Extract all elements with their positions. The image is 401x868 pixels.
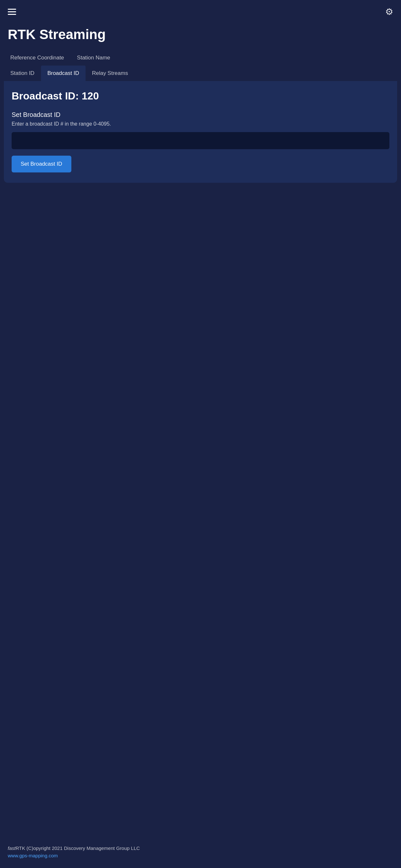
- content-panel: Broadcast ID: 120 Set Broadcast ID Enter…: [4, 81, 397, 183]
- page-title: RTK Streaming: [0, 24, 401, 50]
- menu-button[interactable]: [8, 9, 16, 15]
- footer-link[interactable]: www.gps-mapping.com: [8, 853, 393, 858]
- tab-reference-coordinate[interactable]: Reference Coordinate: [4, 50, 70, 66]
- tabs-row-bottom: Station ID Broadcast ID Relay Streams: [0, 66, 401, 81]
- settings-icon[interactable]: ⚙: [385, 6, 393, 17]
- spacer: [0, 183, 401, 839]
- broadcast-id-heading: Broadcast ID: 120: [11, 90, 390, 102]
- broadcast-id-input[interactable]: [11, 132, 390, 149]
- set-broadcast-hint: Enter a broadcast ID # in the range 0-40…: [11, 121, 390, 127]
- app-header: ⚙: [0, 0, 401, 24]
- tab-station-id[interactable]: Station ID: [4, 66, 41, 81]
- footer: fastRTK (C)opyright 2021 Discovery Manag…: [0, 839, 401, 868]
- tabs-section: Reference Coordinate Station Name Statio…: [0, 50, 401, 183]
- tab-relay-streams[interactable]: Relay Streams: [86, 66, 134, 81]
- tab-station-name[interactable]: Station Name: [70, 50, 117, 66]
- tab-broadcast-id[interactable]: Broadcast ID: [41, 66, 86, 81]
- footer-fast-italic: fast: [8, 845, 16, 851]
- footer-copyright-text: RTK (C)opyright 2021 Discovery Managemen…: [16, 845, 140, 851]
- set-broadcast-button[interactable]: Set Broadcast ID: [11, 156, 71, 173]
- set-broadcast-label: Set Broadcast ID: [11, 111, 390, 119]
- tabs-row-top: Reference Coordinate Station Name: [0, 50, 401, 66]
- footer-copyright: fastRTK (C)opyright 2021 Discovery Manag…: [8, 845, 393, 851]
